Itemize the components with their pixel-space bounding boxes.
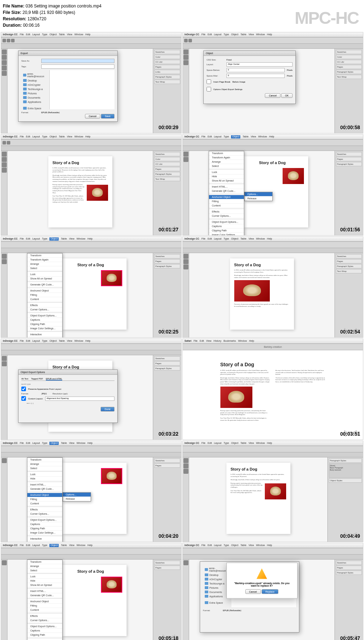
object-menu[interactable]: Transform Transform Again Arrange Select…: [27, 253, 63, 338]
export-dialog: Export Save As: Tags: anne-marie@neocon …: [18, 51, 118, 122]
mpc-logo: MPC-HC: [295, 5, 359, 31]
thumbnail-grid: InDesign CCFileEditLayoutTypeObjectTable…: [0, 31, 364, 640]
warning-icon: [257, 568, 267, 579]
object-export-options-dialog: Object Export Options Alt Text Tagged PD…: [18, 369, 118, 423]
thumbnail-9: InDesign CCFileEditLayoutTypeObjectTable…: [1, 441, 182, 542]
replace-button[interactable]: Replace: [262, 589, 279, 594]
dog-image[interactable]: [87, 185, 108, 201]
thumbnail-3: InDesign CCFileEditLayoutTypeObjectTable…: [1, 134, 182, 236]
thumbnail-10: InDesign CCFileEditLayoutTypeObjectTable…: [182, 441, 363, 542]
replace-alert: "Barkley-creation.epub" already exists. …: [226, 563, 298, 599]
thumbnail-12: InDesign CCFileEditLayoutTypeObjectTable…: [182, 543, 363, 640]
done-button[interactable]: Done: [101, 407, 114, 411]
ok-button[interactable]: OK: [281, 93, 293, 98]
thumbnail-4: InDesign CCFileEditLayoutTypeObjectTable…: [182, 134, 363, 236]
tags-input[interactable]: [41, 64, 114, 69]
thumbnail-6: InDesign CCFileEditLayoutTypeObjectTable…: [182, 236, 363, 338]
save-as-input[interactable]: [41, 59, 114, 63]
document-page[interactable]: Story of a Dog In 2014, nearly 30 millio…: [48, 156, 112, 227]
thumbnail-5: InDesign CCFileEditLayoutTypeObjectTable…: [1, 236, 182, 338]
cancel-button[interactable]: Cancel: [245, 589, 261, 594]
thumbnail-1: InDesign CCFileEditLayoutTypeObjectTable…: [1, 32, 182, 133]
object-menu[interactable]: Transform Transform Again Arrange Select…: [209, 151, 244, 236]
object-dialog: Object CSS Size:Fixed Layout:Align Cente…: [203, 51, 296, 104]
cancel-button[interactable]: Cancel: [265, 93, 280, 98]
thumbnail-2: InDesign CCFileEditLayoutTypeObjectTable…: [182, 32, 363, 133]
dog-image[interactable]: [283, 168, 304, 184]
file-info-header: File Name: 036 Setting image position co…: [0, 0, 364, 31]
save-button[interactable]: Save: [101, 114, 114, 119]
thumbnail-7: InDesign CCFileEditLayoutTypeObjectTable…: [1, 339, 182, 440]
cancel-button[interactable]: Cancel: [85, 114, 101, 119]
anchored-submenu[interactable]: Options... Release: [244, 192, 273, 201]
sidebar-folders: anne-marie@neocon Desktop nOnCrypter Tec…: [21, 70, 50, 109]
thumbnail-11: InDesign CCFileEditLayoutTypeObjectTable…: [1, 543, 182, 640]
thumbnail-8: SafariFileEditViewHistoryBookmarksWindow…: [182, 339, 363, 440]
